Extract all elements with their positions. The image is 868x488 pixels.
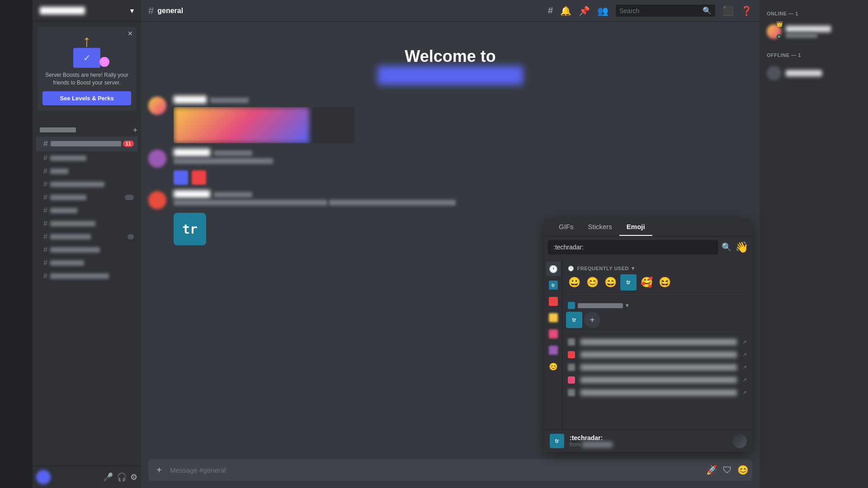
emoji-cat-custom1[interactable]: tr	[546, 278, 561, 292]
emoji-footer: tr :techradar: from ServerName	[544, 430, 752, 452]
member-avatar-container: 👑	[767, 24, 781, 39]
emoji-item[interactable]: 🥰	[638, 274, 655, 291]
emoji-from: from ServerName	[570, 441, 727, 448]
tab-stickers[interactable]: Stickers	[581, 218, 619, 236]
headphones-icon[interactable]: 🎧	[117, 472, 127, 482]
emoji-cat-custom5[interactable]	[546, 343, 561, 357]
channel-item[interactable]: #	[36, 217, 137, 230]
hash-icon: #	[43, 154, 47, 162]
help-icon[interactable]: ❓	[741, 5, 752, 16]
message-text	[174, 200, 327, 206]
server-header[interactable]: Server Name ▾	[33, 0, 141, 22]
attachment-image	[174, 107, 309, 143]
emoji-search-input[interactable]	[548, 240, 718, 254]
tab-emoji[interactable]: Emoji	[619, 218, 652, 236]
see-levels-perks-button[interactable]: See Levels & Perks	[42, 91, 131, 105]
channel-name	[50, 273, 109, 279]
hash-icon: #	[43, 246, 47, 254]
emoji-custom-row[interactable]: ↗	[566, 336, 749, 348]
channel-item[interactable]: #	[36, 165, 137, 178]
search-bar[interactable]: Search 🔍	[616, 5, 715, 17]
mic-icon[interactable]: 🎤	[103, 472, 113, 482]
tab-gifs[interactable]: GIFs	[552, 218, 581, 236]
emoji-server-name: ServerName	[582, 441, 612, 448]
topbar-actions: # 🔔 📌 👥 Search 🔍 ⬛ ❓	[548, 5, 752, 17]
shield-icon[interactable]: 🛡	[723, 465, 732, 475]
row-count: ↗	[742, 377, 747, 383]
pin-icon[interactable]: 📌	[579, 5, 590, 16]
emoji-cat-custom4[interactable]	[546, 327, 561, 341]
emoji-custom-row[interactable]: ↗	[566, 374, 749, 386]
member-avatar-image	[767, 66, 781, 80]
add-attachment-button[interactable]: +	[152, 463, 166, 477]
channel-item[interactable]: #	[36, 244, 137, 256]
row-count: ↗	[742, 389, 747, 396]
member-item[interactable]	[763, 63, 864, 83]
emoji-cat-custom3[interactable]	[546, 310, 561, 325]
user-bar: 🎤 🎧 ⚙	[33, 466, 141, 488]
channel-item[interactable]: #	[36, 152, 137, 164]
add-emoji-button[interactable]: +	[584, 312, 600, 328]
hash-icon: #	[43, 272, 47, 280]
emoji-item[interactable]: 😊	[584, 274, 600, 291]
avatar	[148, 191, 166, 209]
section-chevron-icon[interactable]: ▾	[632, 265, 635, 272]
channel-item[interactable]: #	[36, 191, 137, 204]
bell-icon[interactable]: 🔔	[560, 5, 571, 16]
chevron-down-icon[interactable]: ▾	[130, 7, 134, 15]
welcome-server-name: ████████████	[141, 66, 760, 85]
emoji-picker-button[interactable]: 😊	[737, 465, 749, 475]
member-name	[786, 26, 831, 32]
message-header: Username3 Today at 0:00 AM	[174, 190, 752, 198]
boost-card-icon: ✓	[73, 48, 100, 68]
row-icon	[568, 351, 575, 358]
row-icon	[568, 389, 575, 396]
channel-item[interactable]: #	[36, 178, 137, 191]
category-add-icon[interactable]: +	[133, 126, 137, 134]
channel-item[interactable]: #	[36, 270, 137, 282]
emoji-item[interactable]: 😄	[602, 274, 618, 291]
emoji-search-container: 🔍 👋	[544, 236, 752, 258]
main-content: # general # 🔔 📌 👥 Search 🔍 ⬛ ❓ Welcome t…	[141, 0, 760, 488]
crown-icon: 👑	[776, 21, 783, 27]
channel-item[interactable]: #	[36, 204, 137, 217]
members-icon[interactable]: 👥	[597, 5, 609, 16]
hash-icon: #	[43, 220, 47, 228]
emoji-item[interactable]: 😀	[566, 274, 582, 291]
member-item[interactable]: 👑	[763, 22, 864, 42]
settings-icon[interactable]: ⚙	[130, 472, 137, 482]
emoji-item-tr[interactable]: tr	[620, 274, 637, 291]
channel-item-general[interactable]: # 11	[36, 136, 137, 151]
channel-name	[50, 247, 100, 253]
gift-icon[interactable]: 🚀	[706, 465, 717, 475]
emoji-custom-row[interactable]: ↗	[566, 361, 749, 374]
section-chevron-icon[interactable]: ▾	[626, 302, 629, 309]
right-sidebar: ONLINE — 1 👑 OFFLINE — 1	[760, 0, 868, 488]
inbox-icon[interactable]: ⬛	[722, 5, 734, 16]
server-name: Server Name	[40, 7, 85, 14]
message-header: Username Today at 0:00 AM	[174, 96, 752, 103]
emoji-footer-tr-icon: tr	[550, 434, 564, 448]
channel-item[interactable]: #	[36, 257, 137, 269]
emoji-item[interactable]: 😆	[656, 274, 673, 291]
channel-name	[50, 221, 95, 226]
message-text	[329, 200, 456, 206]
online-section-label: ONLINE — 1	[763, 7, 864, 20]
member-info	[786, 26, 861, 38]
emoji-cat-clock[interactable]: 🕐	[546, 262, 561, 276]
emoji-custom-row[interactable]: ↗	[566, 386, 749, 399]
channel-list: + # 11 # # # # # #	[33, 115, 141, 466]
message-input[interactable]	[166, 466, 706, 474]
emoji-custom-row[interactable]: ↗	[566, 348, 749, 361]
emoji-cat-custom2[interactable]	[546, 294, 561, 309]
channel-badge	[125, 195, 134, 200]
channel-item[interactable]: #	[36, 230, 137, 243]
member-status	[786, 33, 817, 38]
close-icon[interactable]: ✕	[127, 30, 133, 37]
custom-section-label: ▾	[566, 298, 749, 312]
threads-icon[interactable]: #	[548, 5, 553, 16]
emoji-cat-smileys[interactable]: 😊	[546, 359, 561, 374]
emoji-footer-avatar	[732, 434, 747, 448]
hash-icon: #	[43, 180, 47, 188]
emoji-item-tr[interactable]: tr	[566, 312, 582, 328]
